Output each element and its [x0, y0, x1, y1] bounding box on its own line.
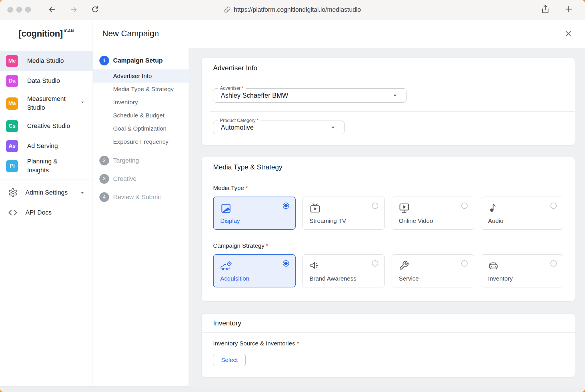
sidebar-item-label: Planning & Insights	[27, 157, 76, 175]
page-header: New Campaign	[93, 19, 585, 48]
step-review-submit[interactable]: 4 Review & Submit	[93, 192, 189, 202]
radio-inventory[interactable]	[550, 260, 557, 267]
sidebar-item-label: Data Studio	[27, 77, 76, 85]
minimize-window-button[interactable]	[16, 7, 22, 13]
chevron-down-icon[interactable]	[80, 191, 85, 195]
option-label: Online Video	[399, 217, 433, 224]
sidebar-item-measurement-studio[interactable]: Ma Measurement Studio	[0, 91, 93, 116]
section-title: Media Type & Strategy	[202, 157, 575, 177]
option-label: Display	[220, 217, 240, 224]
reload-icon[interactable]	[91, 5, 99, 14]
campaign-strategy-label: Campaign Strategy *	[213, 242, 563, 250]
substep-goal-optimization[interactable]: Goal & Optimization	[93, 122, 189, 135]
strategy-acquisition[interactable]: Acquisition	[213, 254, 296, 287]
substep-exposure-frequency[interactable]: Exposure Frequency	[93, 135, 189, 148]
sidebar-item-admin-settings[interactable]: Admin Settings	[0, 183, 93, 203]
media-type-label: Media Type *	[213, 185, 563, 192]
sidebar-item-label: Media Studio	[27, 57, 76, 65]
step-number: 3	[99, 174, 109, 184]
dropdown-caret-icon	[330, 124, 336, 131]
substep-media-type-strategy[interactable]: Media Type & Strategy	[93, 83, 189, 96]
radio-audio[interactable]	[550, 203, 557, 209]
sidebar-item-label: API Docs	[25, 209, 52, 216]
strategy-inventory[interactable]: Inventory	[481, 254, 564, 287]
address-bar[interactable]: https://platform.cognitiondigital.io/med…	[224, 6, 361, 13]
audio-icon	[488, 203, 498, 213]
back-icon[interactable]	[47, 5, 57, 14]
sidebar-item-api-docs[interactable]: API Docs	[0, 203, 93, 223]
sidebar-item-media-studio[interactable]: Me Media Studio	[0, 51, 93, 71]
select-inventory-button[interactable]: Select	[213, 354, 246, 366]
step-label: Targeting	[113, 157, 139, 164]
substep-advertiser-info[interactable]: Advertiser Info	[93, 69, 189, 83]
car-tag-icon	[221, 261, 232, 271]
ad-serving-badge: As	[6, 140, 18, 152]
required-mark: *	[242, 86, 243, 91]
sidebar-item-data-studio[interactable]: Da Data Studio	[0, 71, 93, 91]
media-type-online-video[interactable]: Online Video	[392, 197, 474, 230]
sidebar-item-label: Creative Studio	[27, 122, 76, 131]
measurement-studio-badge: Ma	[6, 97, 18, 110]
sidebar-item-creative-studio[interactable]: Cs Creative Studio	[0, 116, 93, 136]
step-creative[interactable]: 3 Creative	[93, 174, 189, 184]
radio-streaming-tv[interactable]	[372, 203, 378, 209]
page-title: New Campaign	[102, 29, 159, 38]
option-label: Brand Awareness	[310, 275, 356, 282]
required-mark: *	[297, 340, 299, 347]
sidebar-item-planning-insights[interactable]: Pi Planning & Insights	[0, 156, 93, 176]
media-type-display[interactable]: Display	[213, 197, 296, 230]
zoom-window-button[interactable]	[25, 7, 31, 13]
option-label: Inventory	[488, 275, 513, 282]
media-type-streaming-tv[interactable]: Streaming TV	[302, 197, 385, 230]
radio-display[interactable]	[283, 203, 289, 209]
required-mark: *	[257, 118, 259, 123]
step-targeting[interactable]: 2 Targeting	[93, 156, 189, 165]
radio-brand-awareness[interactable]	[372, 260, 378, 267]
sidebar-item-ad-serving[interactable]: As Ad Serving	[0, 136, 93, 156]
share-icon[interactable]	[541, 5, 550, 15]
browser-chrome: https://platform.cognitiondigital.io/med…	[0, 0, 585, 19]
media-type-audio[interactable]: Audio	[481, 197, 564, 230]
forward-icon[interactable]	[69, 5, 78, 14]
code-icon	[8, 207, 18, 218]
inventory-source-label: Inventory Source & Inventories *	[213, 340, 563, 347]
section-title: Advertiser Info	[202, 58, 575, 78]
required-mark: *	[266, 242, 269, 249]
required-mark: *	[246, 185, 248, 191]
step-label: Review & Submit	[113, 193, 161, 201]
car-front-icon	[488, 260, 498, 271]
close-window-button[interactable]	[7, 7, 13, 13]
strategy-service[interactable]: Service	[392, 254, 474, 287]
media-type-strategy-card: Media Type & Strategy Media Type * Displ…	[201, 157, 575, 301]
substep-inventory[interactable]: Inventory	[93, 96, 189, 109]
radio-acquisition[interactable]	[283, 260, 289, 267]
radio-service[interactable]	[461, 260, 468, 267]
field-label: Advertiser *	[218, 86, 246, 91]
step-number: 1	[99, 56, 109, 65]
gear-icon	[8, 188, 18, 197]
step-number: 2	[99, 156, 109, 165]
sidebar-divider	[0, 179, 93, 179]
speaker-icon	[310, 260, 320, 271]
advertiser-select[interactable]: Advertiser * Ashley Schaeffer BMW	[213, 88, 406, 103]
section-title: Inventory	[202, 314, 575, 333]
product-category-value: Automotive	[221, 124, 254, 131]
sidebar-item-label: Ad Serving	[27, 142, 76, 151]
chevron-down-icon[interactable]	[80, 100, 85, 104]
product-category-select[interactable]: Product Category * Automotive	[213, 121, 344, 134]
radio-online-video[interactable]	[461, 203, 468, 209]
url-text: https://platform.cognitiondigital.io/med…	[234, 6, 361, 13]
streaming-tv-icon	[310, 203, 320, 213]
window-bottom-strip	[0, 387, 585, 392]
close-icon[interactable]	[564, 30, 572, 38]
new-tab-icon[interactable]	[564, 5, 573, 15]
substep-schedule-budget[interactable]: Schedule & Budget	[93, 109, 189, 122]
app-sidebar: [cognition] iCAN Me Media Studio Da Data…	[0, 19, 93, 387]
campaign-stepper: 1 Campaign Setup Advertiser Info Media T…	[93, 48, 189, 387]
field-divider	[210, 111, 574, 112]
strategy-brand-awareness[interactable]: Brand Awareness	[302, 254, 385, 287]
step-campaign-setup[interactable]: 1 Campaign Setup	[93, 56, 189, 65]
wrench-icon	[399, 260, 409, 271]
field-label: Product Category *	[218, 118, 261, 123]
step-number: 4	[99, 192, 109, 202]
